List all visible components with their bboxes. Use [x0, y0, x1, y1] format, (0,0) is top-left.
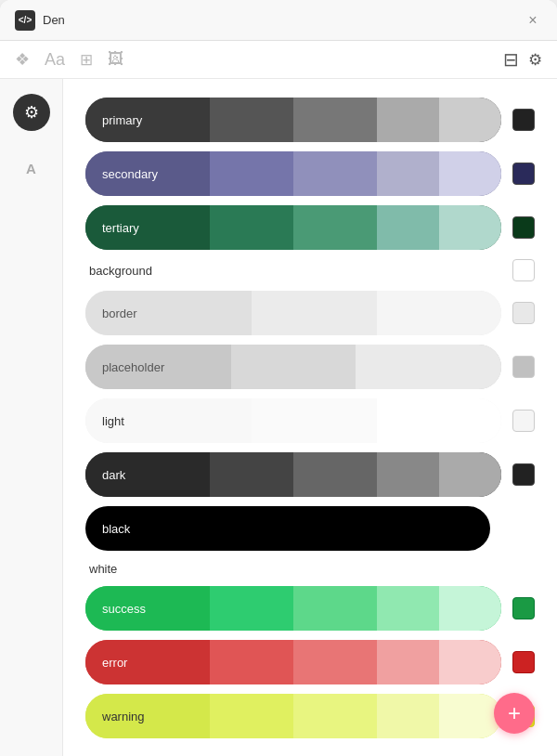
segment	[439, 694, 501, 738]
segment	[252, 291, 376, 335]
segment	[293, 205, 377, 250]
segment	[377, 586, 439, 631]
color-preview-secondary[interactable]	[512, 163, 535, 185]
toolbar-right: ⊟ ⚙	[503, 48, 542, 71]
segment	[293, 640, 377, 684]
segment	[439, 586, 501, 631]
color-bar-label-tertiary: tertiary	[102, 221, 139, 235]
color-segments-dark	[85, 452, 501, 497]
color-bar-secondary[interactable]: secondary	[85, 151, 501, 196]
sidebar-text-icon[interactable]: A	[13, 150, 50, 187]
color-preview-border[interactable]	[512, 302, 535, 324]
segment	[210, 452, 293, 497]
color-row-dark: dark	[85, 452, 535, 497]
color-bar-tertiary[interactable]: tertiary	[85, 205, 501, 250]
color-row-light: light	[85, 398, 535, 443]
color-bar-border[interactable]: border	[85, 291, 501, 335]
color-preview-error[interactable]	[512, 651, 535, 673]
toolbar: ❖ Aa ⊞ 🖼 ⊟ ⚙	[0, 41, 557, 79]
segment	[252, 398, 376, 443]
color-bar-dark[interactable]: dark	[85, 452, 501, 497]
segment	[210, 694, 293, 738]
segment	[439, 640, 501, 684]
color-bar-container-light: light	[85, 398, 501, 443]
image-icon[interactable]: 🖼	[108, 50, 123, 69]
layout-icon[interactable]: ⊞	[80, 50, 93, 70]
color-preview-background[interactable]	[512, 259, 535, 281]
color-bar-primary[interactable]: primary	[85, 98, 501, 142]
color-bar-container-tertiary: tertiary	[85, 205, 501, 250]
text-size-icon[interactable]: Aa	[45, 50, 65, 70]
color-bar-container-success: success	[85, 586, 501, 631]
color-bar-container-primary: primary	[85, 98, 501, 142]
color-bar-label-success: success	[102, 602, 146, 616]
color-preview-primary[interactable]	[512, 109, 535, 131]
segment	[377, 694, 439, 738]
color-preview-dark[interactable]	[512, 463, 535, 486]
color-preview-placeholder[interactable]	[512, 356, 535, 378]
segment	[356, 345, 501, 389]
color-bar-label-light: light	[102, 414, 124, 428]
color-bar-placeholder[interactable]: placeholder	[85, 345, 501, 389]
segment	[210, 151, 293, 196]
color-bar-container-placeholder: placeholder	[85, 345, 501, 389]
color-segments-border	[85, 291, 501, 335]
color-label-container-background: background	[85, 262, 501, 279]
color-row-placeholder: placeholder	[85, 345, 535, 389]
color-bar-label-primary: primary	[102, 113, 142, 127]
segment	[377, 291, 501, 335]
color-preview-success[interactable]	[512, 597, 535, 619]
color-bar-label-warning: warning	[102, 710, 145, 723]
grid-icon[interactable]: ❖	[15, 49, 30, 70]
color-row-secondary: secondary	[85, 151, 535, 196]
segment	[439, 151, 501, 196]
segment	[377, 398, 501, 443]
segment	[377, 452, 439, 497]
color-row-black: black	[85, 506, 535, 551]
color-bar-success[interactable]: success	[85, 586, 501, 631]
color-bar-black[interactable]: black	[85, 506, 490, 551]
segment	[210, 205, 293, 250]
segment	[293, 694, 377, 738]
color-label-white: white	[85, 562, 117, 576]
app-window: </> Den × ❖ Aa ⊞ 🖼 ⊟ ⚙ ⚙ A	[0, 0, 557, 756]
settings-icon[interactable]: ⚙	[528, 50, 542, 70]
color-segments-primary	[85, 98, 501, 142]
color-bar-label-secondary: secondary	[102, 167, 158, 181]
segment	[377, 205, 439, 250]
color-bar-container-error: error	[85, 640, 501, 684]
close-button[interactable]: ×	[524, 11, 542, 30]
color-label-background: background	[85, 264, 152, 278]
color-bar-label-border: border	[102, 306, 137, 320]
main-content: primary secondary tertiary	[63, 79, 557, 756]
color-segments-success	[85, 586, 501, 631]
color-bar-container-border: border	[85, 291, 501, 335]
color-segments-light	[85, 398, 501, 443]
app-icon: </>	[15, 10, 35, 31]
segment	[210, 98, 293, 142]
segment	[85, 506, 490, 551]
color-label-container-white: white	[85, 560, 501, 577]
color-bar-warning[interactable]: warning	[85, 694, 501, 738]
color-row-border: border	[85, 291, 535, 335]
color-row-success: success	[85, 586, 535, 631]
color-row-primary: primary	[85, 98, 535, 142]
app-title: Den	[43, 13, 65, 27]
segment	[293, 151, 377, 196]
color-bar-light[interactable]: light	[85, 398, 501, 443]
color-segments-error	[85, 640, 501, 684]
color-preview-tertiary[interactable]	[512, 216, 535, 239]
segment	[293, 98, 377, 142]
panel-view-icon[interactable]: ⊟	[503, 48, 519, 71]
color-preview-light[interactable]	[512, 410, 535, 432]
color-bar-container-dark: dark	[85, 452, 501, 497]
sidebar-settings-icon[interactable]: ⚙	[13, 94, 50, 131]
color-bar-error[interactable]: error	[85, 640, 501, 684]
segment	[377, 151, 439, 196]
add-button[interactable]: +	[494, 693, 535, 734]
color-segments-warning	[85, 694, 501, 738]
color-bar-label-black: black	[102, 522, 130, 536]
color-row-white: white	[85, 560, 535, 577]
titlebar-left: </> Den	[15, 10, 65, 31]
segment	[210, 586, 293, 631]
